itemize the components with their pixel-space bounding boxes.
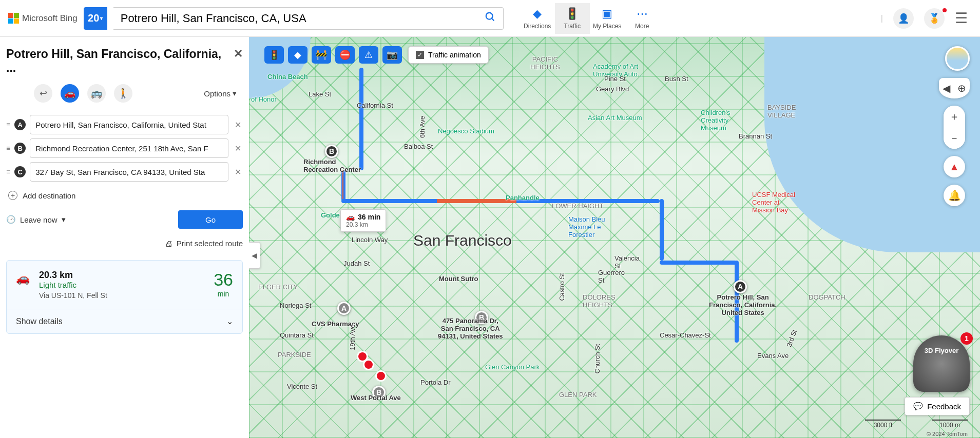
remove-waypoint-a[interactable]: ✕ <box>233 120 243 130</box>
map-label: GLEN PARK <box>559 391 597 399</box>
notification-dot-icon <box>943 8 947 12</box>
leave-now-dropdown[interactable]: 🕑 Leave now ▾ <box>6 215 66 224</box>
add-destination[interactable]: + Add destination <box>8 191 243 200</box>
search-box[interactable] <box>113 7 504 30</box>
close-icon[interactable]: ✕ <box>234 47 243 61</box>
street-label: Guerrero St <box>598 269 625 284</box>
clock-icon: 🕑 <box>6 215 16 224</box>
street-label: Vicente St <box>287 383 317 390</box>
profile-button[interactable]: 👤 <box>893 8 914 29</box>
chevron-down-icon: ▾ <box>62 215 66 224</box>
directions-icon: ◆ <box>533 7 542 21</box>
rewards-button[interactable]: 🏅 <box>924 8 945 29</box>
waypoint-input-c[interactable] <box>30 162 228 182</box>
traffic-hazard-button[interactable]: ⚠ <box>359 46 378 64</box>
scale-bar: 3000 ft 1000 m <box>865 420 968 429</box>
zoom-in-button[interactable]: ＋ <box>944 106 965 127</box>
map-label: of Honor <box>251 95 277 103</box>
street-label: Evans Ave <box>757 352 789 360</box>
waypoint-input-b[interactable] <box>30 138 228 158</box>
route-traffic: Light traffic <box>39 281 107 289</box>
mode-transit[interactable]: 🚌 <box>87 84 106 103</box>
traffic-closures-button[interactable]: ⛔ <box>335 46 355 64</box>
hamburger-menu[interactable]: ☰ <box>955 10 968 27</box>
divider: | <box>881 14 883 23</box>
remove-waypoint-b[interactable]: ✕ <box>233 144 243 153</box>
car-icon: 🚗 <box>16 272 30 285</box>
mode-reverse[interactable]: ↩ <box>34 84 52 103</box>
chevron-down-icon: ▾ <box>233 89 237 98</box>
nav-buttons: ◆Directions 🚦Traffic ▣My Places ⋯More <box>520 3 660 34</box>
map-canvas[interactable]: ◀ 🚦 ◆ 🚧 ⛔ ⚠ 📷 ✓ Traffic animation San Fr… <box>249 37 980 438</box>
header-right: | 👤 🏅 ☰ <box>881 8 968 29</box>
route-distance: 20.3 km <box>39 270 107 281</box>
minimap-style-button[interactable] <box>945 46 970 71</box>
drag-handle-icon[interactable]: ≡ <box>6 144 10 152</box>
map-label: 475 Panorama Dr, San Francisco, CA 94131… <box>438 317 503 340</box>
nav-more[interactable]: ⋯More <box>625 3 660 34</box>
search-input[interactable] <box>121 12 496 25</box>
show-details[interactable]: Show details ⌄ <box>7 309 242 333</box>
expand-button[interactable]: ◀ ⊕ <box>939 78 970 98</box>
options-dropdown[interactable]: Options ▾ <box>204 89 237 98</box>
svg-point-0 <box>486 12 492 19</box>
nav-myplaces[interactable]: ▣My Places <box>590 3 625 34</box>
nav-directions[interactable]: ◆Directions <box>520 3 555 34</box>
route-segment <box>660 261 737 265</box>
mode-driving[interactable]: 🚗 <box>61 84 79 103</box>
incident-marker[interactable] <box>363 359 374 370</box>
search-icon[interactable] <box>485 11 496 26</box>
street-label: Portola Dr <box>420 379 451 386</box>
notifications-button[interactable]: 🔔 <box>944 185 965 206</box>
route-time: 36 min <box>214 270 233 298</box>
map-label: Potrero Hill, San Francisco, California,… <box>709 293 777 316</box>
street-label: Valencia St <box>614 254 640 270</box>
logo[interactable]: Microsoft Bing <box>8 13 78 24</box>
walk-icon: 🚶 <box>118 88 129 99</box>
directions-panel: Potrero Hill, San Francisco, California,… <box>0 37 249 438</box>
zoom-out-button[interactable]: － <box>944 127 965 149</box>
route-card[interactable]: 🚗 20.3 km Light traffic Via US-101 N, Fe… <box>6 260 243 334</box>
print-route[interactable]: 🖨 Print selected route <box>6 239 243 248</box>
map-pin-b[interactable]: B <box>325 145 338 158</box>
street-label: Brannan St <box>739 132 772 140</box>
waypoint-input-a[interactable] <box>30 115 228 134</box>
street-label: Cesar-Chavez-St <box>660 331 711 339</box>
traffic-toolbar: 🚦 ◆ 🚧 ⛔ ⚠ 📷 <box>264 46 402 64</box>
category-badge[interactable]: 20▾ <box>84 7 107 30</box>
feedback-button[interactable]: 💬 Feedback <box>905 397 970 415</box>
map-label: Children's Creativity Museum <box>701 109 730 132</box>
route-popup[interactable]: 🚗36 min 20.3 km <box>340 209 386 232</box>
traffic-lights-button[interactable]: 🚦 <box>264 46 284 64</box>
traffic-animation-toggle[interactable]: ✓ Traffic animation <box>408 46 489 64</box>
map-poi-pin[interactable]: A <box>337 302 351 315</box>
map-label: Glen Canyon Park <box>485 363 540 371</box>
nav-traffic[interactable]: 🚦Traffic <box>555 3 590 34</box>
incident-marker[interactable] <box>375 370 387 382</box>
zoom-group: ＋ － <box>944 106 965 149</box>
remove-waypoint-c[interactable]: ✕ <box>233 167 243 177</box>
traffic-construction-button[interactable]: 🚧 <box>312 46 331 64</box>
map-label: Negoesco Stadium <box>438 127 494 135</box>
map-label: DOGPATCH <box>809 293 846 301</box>
logo-text: Microsoft Bing <box>22 13 78 24</box>
compass-button[interactable]: ▲ <box>944 156 965 177</box>
collapse-panel-tab[interactable]: ◀ <box>249 242 260 269</box>
traffic-icon: 🚦 <box>565 7 579 21</box>
panel-title: Potrero Hill, San Francisco, California,… <box>6 47 234 75</box>
flyover-button[interactable]: 3D Flyover 1 <box>913 335 970 392</box>
go-button[interactable]: Go <box>178 210 243 229</box>
compass-icon: ▲ <box>949 161 959 173</box>
time-go-row: 🕑 Leave now ▾ Go <box>6 210 243 229</box>
street-label: Geary Blvd <box>596 85 629 93</box>
traffic-incidents-button[interactable]: ◆ <box>288 46 308 64</box>
street-label: Lake St <box>309 90 331 98</box>
mode-walking[interactable]: 🚶 <box>114 84 132 103</box>
drag-handle-icon[interactable]: ≡ <box>6 168 10 176</box>
map-pin-a[interactable]: A <box>734 280 747 293</box>
waypoint-marker-a: A <box>14 119 26 130</box>
car-icon: 🚗 <box>64 88 75 99</box>
drag-handle-icon[interactable]: ≡ <box>6 121 10 129</box>
traffic-cameras-button[interactable]: 📷 <box>382 46 402 64</box>
waypoint-row-c: ≡ C ✕ <box>6 162 243 182</box>
